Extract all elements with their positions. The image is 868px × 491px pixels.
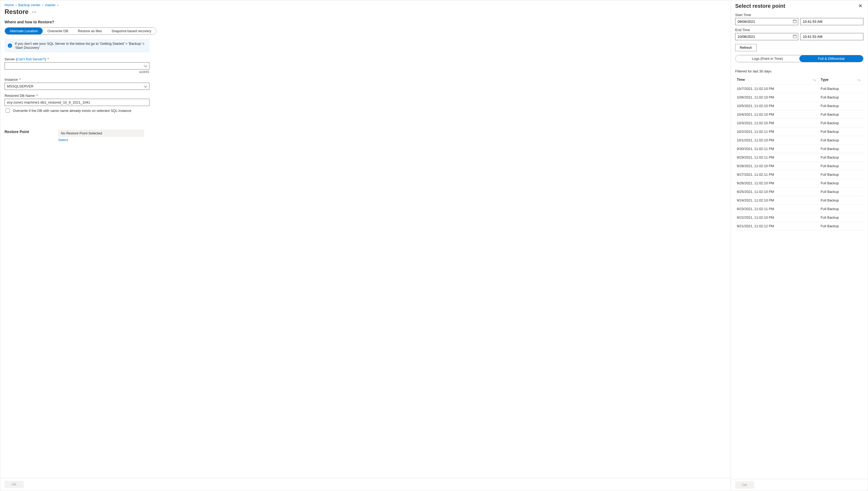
table-row[interactable]: 10/5/2021, 11:02:10 PMFull Backup (735, 102, 863, 110)
pill-snapshot-recovery[interactable]: Snapshot-based recovery (107, 28, 156, 34)
server-select[interactable] (5, 62, 149, 69)
pill-overwrite-db[interactable]: Overwrite DB (43, 28, 73, 34)
cell-time: 9/28/2021, 11:02:10 PM (735, 162, 819, 170)
section-where-how: Where and how to Restore? (5, 20, 726, 24)
table-row[interactable]: 10/4/2021, 11:02:10 PMFull Backup (735, 110, 863, 119)
cell-time: 10/5/2021, 11:02:10 PM (735, 102, 819, 110)
table-row[interactable]: 9/29/2021, 11:02:11 PMFull Backup (735, 153, 863, 162)
restore-points-table: Time ↑↓ Type ↑↓ 10/7/2021, 11:02:10 PMFu… (735, 75, 863, 230)
page-title-text: Restore (5, 8, 28, 16)
cell-time: 10/7/2021, 11:02:10 PM (735, 85, 819, 93)
table-row[interactable]: 9/30/2021, 11:02:11 PMFull Backup (735, 145, 863, 153)
overwrite-checkbox[interactable] (6, 108, 10, 113)
instance-select[interactable]: MSSQLSERVER (5, 83, 149, 90)
server-label-text: Server ( (5, 57, 17, 61)
pill-logs-pit[interactable]: Logs (Point in Time) (735, 55, 799, 62)
table-row[interactable]: 10/1/2021, 11:02:10 PMFull Backup (735, 136, 863, 145)
restore-point-type-pills: Logs (Point in Time) Full & Differential (735, 55, 863, 62)
cell-time: 10/3/2021, 11:02:10 PM (735, 119, 819, 127)
info-box: i If you don't see your SQL Server in th… (5, 39, 149, 52)
server-label-close: ) (45, 57, 46, 61)
table-row[interactable]: 9/26/2021, 11:02:10 PMFull Backup (735, 179, 863, 187)
more-actions-button[interactable]: ⋯ (32, 9, 36, 14)
cell-type: Full Backup (819, 127, 863, 136)
select-restore-point-panel: Select restore point ✕ Start Time End Ti… (731, 0, 868, 491)
cell-type: Full Backup (819, 213, 863, 222)
table-row[interactable]: 9/22/2021, 11:02:10 PMFull Backup (735, 213, 863, 222)
breadcrumb-home[interactable]: Home (5, 3, 14, 7)
sort-icon[interactable]: ↑↓ (857, 78, 861, 82)
table-row[interactable]: 9/21/2021, 11:02:12 PMFull Backup (735, 222, 863, 230)
restore-mode-pills: Alternate Location Overwrite DB Restore … (5, 27, 156, 35)
cell-type: Full Backup (819, 222, 863, 230)
cell-type: Full Backup (819, 119, 863, 127)
cell-time: 9/24/2021, 11:02:10 PM (735, 196, 819, 205)
cant-find-server-link[interactable]: Can't find Server? (17, 57, 45, 61)
start-time-input[interactable] (800, 18, 863, 25)
page-title: Restore ⋯ (5, 8, 726, 16)
chevron-right-icon: › (15, 3, 17, 7)
cell-time: 10/4/2021, 11:02:10 PM (735, 110, 819, 119)
restored-db-input[interactable] (5, 99, 149, 106)
ok-button-panel: OK (735, 481, 754, 489)
cell-time: 9/29/2021, 11:02:11 PM (735, 153, 819, 162)
cell-type: Full Backup (819, 93, 863, 102)
table-row[interactable]: 9/28/2021, 11:02:10 PMFull Backup (735, 162, 863, 170)
cell-type: Full Backup (819, 187, 863, 196)
instance-label-text: Instance (5, 78, 18, 82)
cell-type: Full Backup (819, 102, 863, 110)
sort-icon[interactable]: ↑↓ (813, 78, 816, 82)
table-row[interactable]: 9/27/2021, 11:02:11 PMFull Backup (735, 170, 863, 179)
cell-time: 9/21/2021, 11:02:12 PM (735, 222, 819, 230)
cell-time: 9/23/2021, 11:02:11 PM (735, 205, 819, 213)
cell-time: 10/2/2021, 11:02:11 PM (735, 127, 819, 136)
col-type-text: Type (820, 78, 828, 82)
server-label: Server (Can't find Server?) * (5, 57, 149, 61)
cell-type: Full Backup (819, 179, 863, 187)
breadcrumb-backup-center[interactable]: Backup center (18, 3, 40, 7)
table-row[interactable]: 9/24/2021, 11:02:10 PMFull Backup (735, 196, 863, 205)
cell-time: 9/27/2021, 11:02:11 PM (735, 170, 819, 179)
filter-note: Filtered for last 30 days (735, 69, 863, 73)
table-row[interactable]: 10/3/2021, 11:02:10 PMFull Backup (735, 119, 863, 127)
cell-time: 9/22/2021, 11:02:10 PM (735, 213, 819, 222)
table-row[interactable]: 9/25/2021, 11:02:10 PMFull Backup (735, 187, 863, 196)
end-time-label: End Time (735, 28, 863, 32)
cell-time: 9/30/2021, 11:02:11 PM (735, 145, 819, 153)
table-row[interactable]: 10/7/2021, 11:02:10 PMFull Backup (735, 85, 863, 93)
cell-time: 10/6/2021, 11:02:10 PM (735, 93, 819, 102)
restored-db-label: Restored DB Name * (5, 94, 149, 98)
table-row[interactable]: 10/6/2021, 11:02:10 PMFull Backup (735, 93, 863, 102)
breadcrumb: Home › Backup center › master › (5, 3, 726, 7)
pill-full-differential[interactable]: Full & Differential (799, 55, 863, 62)
close-button[interactable]: ✕ (857, 3, 863, 9)
table-row[interactable]: 9/23/2021, 11:02:11 PMFull Backup (735, 205, 863, 213)
end-time-input[interactable] (800, 33, 863, 40)
start-date-input[interactable] (735, 18, 798, 25)
restored-db-label-text: Restored DB Name (5, 94, 35, 98)
instance-label: Instance * (5, 78, 149, 82)
panel-title: Select restore point (735, 3, 785, 9)
pill-alternate-location[interactable]: Alternate Location (5, 28, 43, 34)
restore-point-heading: Restore Point (5, 129, 48, 134)
info-text: If you don't see your SQL Server in the … (15, 41, 146, 50)
server-helper: azdrill1 (5, 70, 149, 74)
col-type-header[interactable]: Type ↑↓ (819, 75, 863, 85)
cell-type: Full Backup (819, 153, 863, 162)
table-row[interactable]: 10/2/2021, 11:02:11 PMFull Backup (735, 127, 863, 136)
ok-button-main: OK (5, 481, 24, 488)
chevron-right-icon: › (41, 3, 44, 7)
info-icon: i (8, 44, 12, 48)
cell-type: Full Backup (819, 162, 863, 170)
col-time-header[interactable]: Time ↑↓ (735, 75, 819, 85)
start-time-label: Start Time (735, 13, 863, 17)
chevron-right-icon: › (57, 3, 59, 7)
restore-point-select-link[interactable]: Select (58, 138, 68, 142)
overwrite-label: Overwrite if the DB with same name alrea… (13, 109, 132, 113)
breadcrumb-master[interactable]: master (45, 3, 56, 7)
cell-time: 10/1/2021, 11:02:10 PM (735, 136, 819, 145)
refresh-button[interactable]: Refresh (735, 44, 757, 51)
pill-restore-as-files[interactable]: Restore as files (73, 28, 107, 34)
end-date-input[interactable] (735, 33, 798, 40)
cell-time: 9/25/2021, 11:02:10 PM (735, 187, 819, 196)
